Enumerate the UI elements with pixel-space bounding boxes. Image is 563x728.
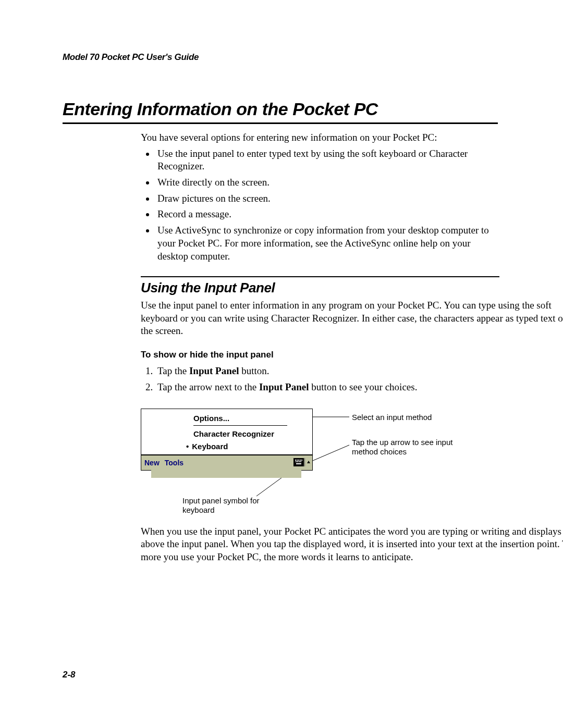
callout-keyboard-symbol: Input panel symbol for keyboard xyxy=(182,496,276,515)
page-number: 2-8 xyxy=(63,670,76,680)
step-item: Tap the Input Panel button. xyxy=(155,365,499,378)
new-menu[interactable]: New xyxy=(141,458,160,467)
svg-line-1 xyxy=(313,445,349,461)
closing-paragraph: When you use the input panel, your Pocke… xyxy=(141,525,563,564)
keyboard-icon xyxy=(295,459,303,465)
list-item: Record a message. xyxy=(155,208,499,221)
step-text: Tap the arrow next to the xyxy=(157,381,259,392)
list-item: Use ActiveSync to synchronize or copy in… xyxy=(155,224,499,263)
svg-rect-4 xyxy=(295,460,296,461)
step-bold: Input Panel xyxy=(259,381,309,392)
svg-rect-11 xyxy=(299,461,300,462)
input-panel-button[interactable] xyxy=(293,458,304,466)
heading-1: Entering Information on the Pocket PC xyxy=(63,99,498,124)
pocketpc-screenshot: Options... Character Recognizer •Keyboar… xyxy=(141,409,313,471)
selected-bullet-icon: • xyxy=(186,442,189,451)
svg-marker-14 xyxy=(307,461,310,463)
heading-3: To show or hide the input panel xyxy=(141,349,499,361)
callout-up-arrow: Tap the up arrow to see input method cho… xyxy=(352,438,456,456)
svg-rect-7 xyxy=(300,460,301,461)
heading-2: Using the Input Panel xyxy=(141,276,499,297)
running-header: Model 70 Pocket PC User's Guide xyxy=(63,52,500,63)
figure-input-panel: Options... Character Recognizer •Keyboar… xyxy=(141,409,499,518)
steps-list: Tap the Input Panel button. Tap the arro… xyxy=(141,365,499,393)
menu-item-keyboard[interactable]: •Keyboard xyxy=(193,440,312,453)
svg-rect-9 xyxy=(296,461,297,462)
list-item: Write directly on the screen. xyxy=(155,176,499,189)
svg-rect-10 xyxy=(297,461,298,462)
menu-item-options[interactable]: Options... xyxy=(193,412,312,425)
callout-select-method: Select an input method xyxy=(352,413,432,422)
list-item: Draw pictures on the screen. xyxy=(155,192,499,205)
chevron-up-icon xyxy=(307,460,311,464)
step-item: Tap the arrow next to the Input Panel bu… xyxy=(155,381,499,394)
svg-rect-5 xyxy=(297,460,298,461)
svg-rect-6 xyxy=(298,460,299,461)
svg-rect-8 xyxy=(301,460,302,461)
menu-item-label: Keyboard xyxy=(192,442,228,451)
input-method-menu: Options... Character Recognizer •Keyboar… xyxy=(141,409,312,456)
step-text: Tap the xyxy=(157,365,189,376)
step-bold: Input Panel xyxy=(189,365,239,376)
intro-paragraph: You have several options for entering ne… xyxy=(141,131,499,144)
tools-menu[interactable]: Tools xyxy=(160,458,183,467)
step-text: button. xyxy=(239,365,270,376)
svg-rect-13 xyxy=(296,463,301,464)
input-panel-arrow-button[interactable] xyxy=(304,458,312,466)
svg-rect-12 xyxy=(300,461,301,462)
figure-bottom-spacer xyxy=(151,467,301,478)
step-text: button to see your choices. xyxy=(309,381,418,392)
list-item: Use the input panel to enter typed text … xyxy=(155,147,499,173)
subsection-paragraph: Use the input panel to enter information… xyxy=(141,299,563,338)
intro-bullet-list: Use the input panel to enter typed text … xyxy=(141,147,499,263)
menu-item-character-recognizer[interactable]: Character Recognizer xyxy=(193,428,312,440)
